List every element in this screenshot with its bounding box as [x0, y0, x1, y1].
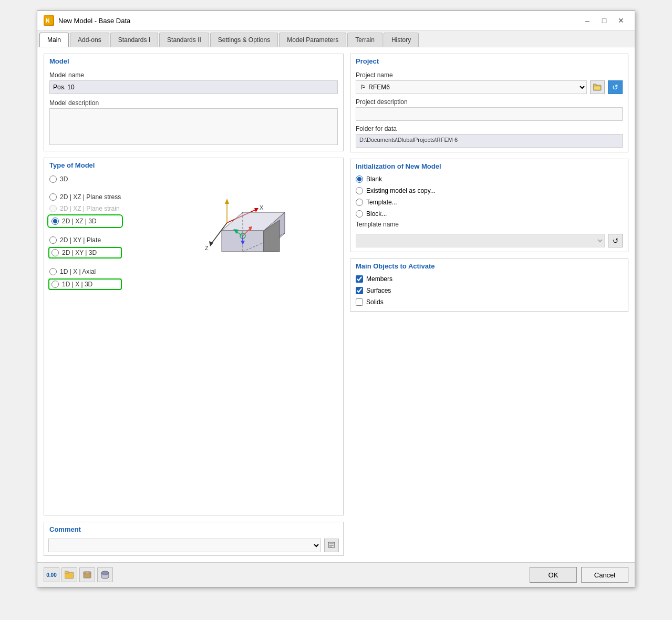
radio-2d-xy-3d-input[interactable]: [51, 249, 59, 256]
model-description-input[interactable]: [49, 108, 338, 145]
tab-main[interactable]: Main: [39, 33, 69, 47]
model-name-input[interactable]: [49, 80, 338, 94]
tab-standards1[interactable]: Standards I: [110, 33, 158, 47]
radio-3d-label[interactable]: 3D: [60, 175, 68, 183]
folder-path-display: D:\Documents\DlubalProjects\RFEM 6: [356, 134, 623, 148]
init-radios: Blank Existing model as copy... Template…: [350, 172, 628, 221]
surfaces-checkbox[interactable]: [356, 287, 363, 294]
comment-edit-button[interactable]: [324, 539, 339, 552]
model-visual-area: 3D 2D | XZ | Plane stress: [44, 171, 343, 293]
right-panel: Project Project name 🏳 RFEM6: [350, 54, 628, 515]
content-area: Model Model name Model description Type …: [37, 47, 635, 562]
bottom-icon-0[interactable]: 0.00: [44, 567, 59, 582]
radio-2d-xz-stress-input[interactable]: [49, 193, 57, 201]
init-block-input[interactable]: [356, 210, 363, 218]
radio-1d-x-3d-input[interactable]: [51, 281, 59, 288]
folder-label: Folder for data: [356, 125, 623, 132]
radio-2d-xy-3d: 2D | XY | 3D: [49, 248, 121, 257]
title-bar: N New Model - Base Data – □ ✕: [37, 11, 635, 30]
model-section-header: Model: [44, 54, 343, 67]
left-panel: Model Model name Model description Type …: [44, 54, 344, 515]
init-blank-label[interactable]: Blank: [366, 175, 382, 183]
init-existing-input[interactable]: [356, 187, 363, 194]
init-existing-label[interactable]: Existing model as copy...: [366, 187, 436, 194]
app-icon: N: [44, 15, 54, 26]
init-existing: Existing model as copy...: [356, 187, 623, 194]
model-3d-svg: Z X: [174, 175, 290, 281]
radio-2d-xz-3d-label[interactable]: 2D | XZ | 3D: [62, 218, 97, 225]
init-section-header: Initialization of New Model: [350, 159, 628, 172]
radio-2d-xz-3d-input[interactable]: [51, 218, 59, 225]
radio-1d-x-axial-label[interactable]: 1D | X | Axial: [60, 268, 96, 275]
radio-2d-xy-3d-label[interactable]: 2D | XY | 3D: [62, 249, 97, 256]
right-spacer: [350, 522, 628, 556]
template-refresh-button[interactable]: ↺: [608, 234, 623, 247]
folder-icon: [65, 571, 74, 579]
radio-3d: 3D: [49, 175, 121, 183]
database-icon: [100, 571, 110, 579]
close-button[interactable]: ✕: [614, 15, 628, 26]
comment-select[interactable]: [48, 539, 321, 552]
package-icon: [82, 571, 92, 579]
members-label[interactable]: Members: [366, 275, 392, 283]
minimize-button[interactable]: –: [580, 15, 595, 26]
init-template-input[interactable]: [356, 199, 363, 206]
svg-rect-25: [594, 86, 601, 90]
model-canvas: Z X: [126, 175, 338, 281]
project-name-row: 🏳 RFEM6 ↺: [356, 80, 623, 94]
init-section: Initialization of New Model Blank Existi…: [350, 159, 628, 252]
tab-model-params[interactable]: Model Parameters: [279, 33, 346, 47]
tab-terrain[interactable]: Terrain: [347, 33, 382, 47]
svg-rect-24: [593, 84, 596, 86]
solids-checkbox[interactable]: [356, 298, 363, 306]
radio-2d-xy-plate: 2D | XY | Plate: [49, 236, 121, 244]
project-name-select[interactable]: 🏳 RFEM6: [356, 80, 587, 94]
init-template-label[interactable]: Template...: [366, 199, 397, 206]
surfaces-label[interactable]: Surfaces: [366, 287, 391, 294]
svg-rect-34: [86, 572, 89, 574]
radio-2d-xy-plate-label[interactable]: 2D | XY | Plate: [60, 236, 101, 244]
init-blank-input[interactable]: [356, 175, 363, 183]
radio-3d-input[interactable]: [49, 175, 57, 183]
radio-1d-x-3d-label[interactable]: 1D | X | 3D: [62, 281, 92, 288]
members-checkbox[interactable]: [356, 275, 363, 283]
window-title: New Model - Base Data: [58, 17, 130, 25]
project-open-button[interactable]: [590, 80, 605, 94]
comment-section: Comment: [44, 522, 344, 556]
radio-2d-xz-stress: 2D | XZ | Plane stress: [49, 193, 121, 201]
title-controls: – □ ✕: [580, 15, 628, 26]
tab-settings[interactable]: Settings & Options: [210, 33, 278, 47]
bottom-bar: 0.00: [37, 562, 635, 587]
type-section: Type of Model 3D: [44, 158, 344, 515]
checkbox-solids: Solids: [356, 298, 623, 306]
project-description-display: [356, 107, 623, 121]
bottom-icon-3[interactable]: [97, 567, 113, 582]
project-description-label: Project description: [356, 98, 623, 106]
radio-column: 3D 2D | XZ | Plane stress: [49, 175, 121, 289]
comment-row-wrapper: Comment: [44, 522, 628, 556]
tab-addons[interactable]: Add-ons: [70, 33, 109, 47]
template-row: ↺: [350, 232, 628, 252]
bottom-icon-2[interactable]: [79, 567, 95, 582]
tab-standards2[interactable]: Standards II: [159, 33, 209, 47]
radio-1d-x-axial-input[interactable]: [49, 268, 57, 275]
ok-button[interactable]: OK: [530, 567, 577, 583]
bottom-icon-1[interactable]: [61, 567, 77, 582]
tab-history[interactable]: History: [384, 33, 419, 47]
project-refresh-button[interactable]: ↺: [608, 80, 623, 94]
model-section: Model Model name Model description: [44, 54, 344, 151]
comment-input-row: [44, 535, 343, 555]
objects-section-header: Main Objects to Activate: [350, 259, 628, 272]
radio-2d-xz-stress-label[interactable]: 2D | XZ | Plane stress: [60, 193, 121, 201]
solids-label[interactable]: Solids: [366, 298, 384, 306]
radio-2d-xz-strain-label: 2D | XZ | Plane strain: [60, 205, 120, 212]
project-section: Project Project name 🏳 RFEM6: [350, 54, 628, 152]
init-block-label[interactable]: Block...: [366, 210, 387, 218]
maximize-button[interactable]: □: [597, 15, 612, 26]
cancel-button[interactable]: Cancel: [581, 567, 628, 583]
type-section-header: Type of Model: [44, 158, 343, 171]
radio-2d-xy-plate-input[interactable]: [49, 236, 57, 244]
init-block: Block...: [356, 210, 623, 218]
radio-2d-xz-3d: 2D | XZ | 3D: [49, 216, 121, 226]
template-name-select[interactable]: [356, 234, 605, 247]
